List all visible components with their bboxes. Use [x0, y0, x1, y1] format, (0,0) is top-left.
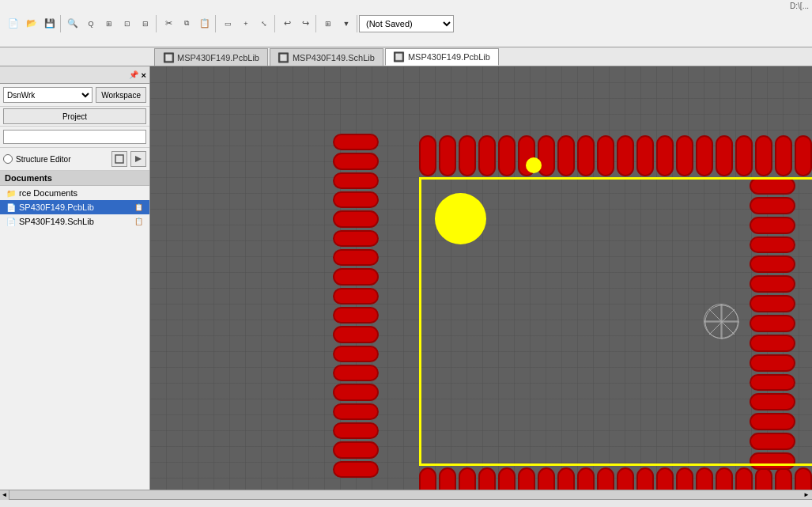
panel-header-icons: 📌 ×: [129, 70, 146, 80]
tree-item-1[interactable]: 📄 SP430F149.PcbLib 📋: [0, 200, 149, 214]
pad: [333, 365, 379, 381]
panel-search: [0, 127, 149, 148]
tab-label-1: MSP430F149.PcbLib: [177, 53, 259, 62]
save-button[interactable]: 💾: [41, 15, 59, 32]
crosshair-svg: [704, 305, 739, 339]
grid-tools: ⊞ ▼: [318, 15, 357, 32]
tree-item-0[interactable]: 📁 rce Documents: [0, 186, 149, 200]
undo-button[interactable]: ↩: [278, 15, 296, 32]
open-button[interactable]: 📂: [23, 15, 40, 32]
sch-icon-1: 📄: [6, 218, 16, 226]
route-button[interactable]: ⤡: [255, 15, 273, 32]
pad: [333, 307, 379, 323]
pad: [538, 135, 555, 176]
panel-icon-btn1[interactable]: [111, 151, 127, 167]
pad: [795, 135, 812, 176]
crosshair-circle: [704, 304, 738, 339]
scroll-left-arrow[interactable]: ◄: [0, 490, 9, 500]
select-button[interactable]: ▭: [219, 15, 236, 32]
view-tools: 🔍 Q ⊞ ⊡ ⊟: [62, 15, 157, 32]
tree-item-label-2: SP430F149.SchLib: [19, 217, 94, 226]
tree-item-2[interactable]: 📄 SP430F149.SchLib 📋: [0, 214, 149, 229]
main-layout: 📌 × DsnWrk Workspace Project Structure E…: [0, 66, 812, 490]
project-button[interactable]: Project: [3, 108, 146, 124]
pad: [755, 467, 772, 490]
pad: [478, 135, 496, 176]
tab-schlib[interactable]: 🔲 MSP430F149.SchLib: [270, 48, 383, 66]
pad: [735, 467, 753, 490]
search-input[interactable]: [3, 130, 146, 144]
pad: [775, 135, 792, 176]
workspace-button[interactable]: Workspace: [96, 87, 146, 103]
new-button[interactable]: 📄: [5, 15, 22, 32]
pad: [716, 135, 733, 176]
zoom-area-button[interactable]: ⊡: [119, 15, 136, 32]
pad: [333, 268, 379, 285]
zoom-in-button[interactable]: 🔍: [64, 15, 81, 32]
pad: [538, 467, 555, 490]
pad: [333, 210, 379, 227]
pad: [333, 326, 379, 342]
pad: [795, 467, 812, 490]
svg-rect-0: [115, 155, 123, 163]
structure-editor-bar: Structure Editor: [0, 148, 149, 171]
panel-icon-btn2[interactable]: [130, 151, 146, 167]
cut-button[interactable]: ✂: [160, 15, 177, 32]
place-button[interactable]: +: [237, 15, 255, 32]
copy-button[interactable]: ⧉: [178, 15, 195, 32]
pad: [333, 422, 379, 439]
pad: [656, 135, 674, 176]
tree-item-label-1: SP430F149.PcbLib: [19, 202, 94, 212]
pad: [636, 135, 654, 176]
section-label: Documents: [5, 173, 52, 183]
pad: [577, 467, 595, 490]
pad: [419, 135, 436, 176]
modified-icon-1: 📋: [134, 203, 143, 211]
dsnwrk-select[interactable]: DsnWrk: [3, 87, 93, 103]
folder-icon: 📁: [6, 189, 16, 198]
canvas-area[interactable]: [150, 66, 812, 490]
tree-section-header: Documents: [0, 171, 149, 186]
panel-controls: DsnWrk Workspace: [0, 84, 149, 107]
pad-strip-top: [419, 134, 812, 177]
pad: [755, 135, 772, 176]
pad: [577, 135, 595, 176]
pad: [498, 135, 516, 176]
pad: [498, 467, 516, 490]
pad: [478, 467, 496, 490]
pad: [597, 467, 614, 490]
yellow-dot-small: [526, 157, 542, 173]
pad: [459, 135, 476, 176]
pad: [656, 467, 674, 490]
pad: [333, 153, 379, 169]
tab-pcblib-1[interactable]: 🔲 MSP430F149.PcbLib: [154, 48, 268, 66]
tab-sch-icon: 🔲: [278, 52, 289, 63]
grid-dropdown-button[interactable]: ▼: [338, 15, 355, 32]
pad: [696, 467, 713, 490]
pad: [333, 134, 379, 150]
pad: [439, 135, 456, 176]
pad: [333, 384, 379, 400]
pad: [333, 172, 379, 189]
pad: [617, 467, 634, 490]
pad: [636, 467, 654, 490]
grid-button[interactable]: ⊞: [319, 15, 337, 32]
hscroll[interactable]: ◄ ►: [0, 490, 812, 499]
redo-button[interactable]: ↪: [296, 15, 314, 32]
tree-item-label-0: rce Documents: [19, 188, 77, 198]
tab-pcblib-2[interactable]: 🔲 MSP430F149.PcbLib: [385, 48, 499, 66]
not-saved-dropdown[interactable]: (Not Saved): [359, 15, 454, 32]
zoom-out-button[interactable]: Q: [82, 15, 100, 32]
yellow-circle-large: [435, 193, 486, 244]
structure-radio[interactable]: [3, 154, 13, 164]
scroll-right-arrow[interactable]: ►: [801, 491, 812, 498]
zoom-all-button[interactable]: ⊞: [100, 15, 118, 32]
close-icon[interactable]: ×: [142, 70, 146, 80]
file-tree: Documents 📁 rce Documents 📄 SP430F149.Pc…: [0, 171, 149, 490]
panel-header: 📌 ×: [0, 66, 149, 84]
pin-icon[interactable]: 📌: [129, 70, 138, 80]
zoom-sel-button[interactable]: ⊟: [137, 15, 154, 32]
pad: [617, 135, 634, 176]
not-saved-select[interactable]: (Not Saved): [359, 15, 454, 32]
paste-button[interactable]: 📋: [196, 15, 213, 32]
